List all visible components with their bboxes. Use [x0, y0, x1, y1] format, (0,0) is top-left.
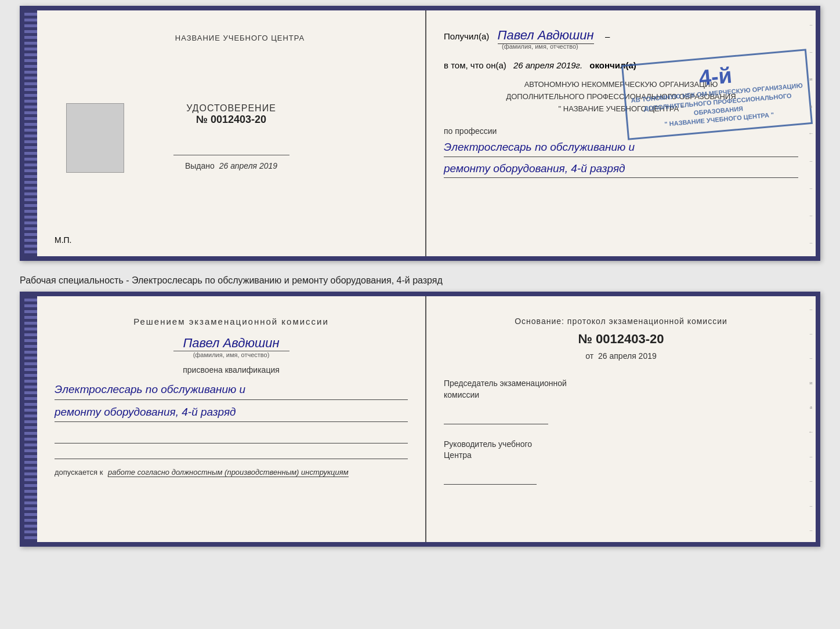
- ot-label: от: [585, 351, 593, 361]
- sig-line-2: [55, 446, 408, 459]
- issued-date-line: Выдано 26 апреля 2019: [185, 161, 277, 170]
- допускается-line: допускается к работе согласно должностны…: [55, 468, 349, 477]
- between-text: Рабочая специальность - Электрослесарь п…: [20, 271, 820, 292]
- qualification-line2: ремонту оборудования, 4-й разряд: [55, 403, 408, 422]
- fio-label-top: (фамилия, имя, отчество): [502, 43, 798, 50]
- issued-label: Выдано: [185, 161, 215, 170]
- profession-line2: ремонту оборудования, 4-й разряд: [444, 160, 798, 178]
- cert-bottom-left: Решением экзаменационной комиссии Павел …: [37, 296, 426, 542]
- photo-placeholder: [66, 103, 124, 173]
- fio-label-bottom: (фамилия, имя, отчество): [173, 351, 289, 358]
- protocol-number: № 0012403-20: [444, 332, 798, 347]
- director-signature: [444, 470, 537, 485]
- decision-title: Решением экзаменационной комиссии: [55, 317, 408, 326]
- допускается-value: работе согласно должностным (производств…: [108, 468, 349, 477]
- osnov-title: Основание: протокол экзаменационной коми…: [444, 317, 798, 326]
- issued-date: 26 апреля 2019: [219, 161, 277, 170]
- cert-label: УДОСТОВЕРЕНИЕ: [186, 103, 276, 114]
- chairman-label: Председатель экзаменационной комиссии: [444, 378, 798, 401]
- mp-label: М.П.: [55, 235, 72, 245]
- cert-date: 26 апреля 2019г.: [513, 60, 582, 70]
- cert-top-right: Получил(а) Павел Авдюшин – (фамилия, имя…: [426, 10, 816, 256]
- certificate-bottom: – – – и а ← – – – – Решением экзаменацио…: [20, 292, 820, 547]
- qualification-label: присвоена квалификация: [55, 365, 408, 375]
- допускается-label: допускается к: [55, 468, 103, 477]
- received-label: Получил(а): [444, 31, 489, 41]
- stamp-grade: 4-й: [698, 64, 733, 89]
- person-name-bottom: Павел Авдюшин: [55, 336, 408, 351]
- profession-line1: Электрослесарь по обслуживанию и: [444, 139, 798, 157]
- stamp: 4-й АВ ТОНОМНУЮ НЕК ОМ МЕРЧЕСКУЮ ОРГАНИЗ…: [621, 49, 813, 140]
- ot-line: от 26 апреля 2019: [444, 351, 798, 361]
- chairman-label2: комиссии: [444, 390, 479, 399]
- cert-bottom-right: Основание: протокол экзаменационной коми…: [426, 296, 816, 542]
- cert-number: № 0012403-20: [186, 114, 276, 126]
- director-label1: Руководитель учебного: [444, 439, 532, 449]
- person-name-top: Павел Авдюшин: [498, 28, 594, 44]
- training-center-title: НАЗВАНИЕ УЧЕБНОГО ЦЕНТРА: [175, 34, 305, 42]
- sig-line-1: [55, 431, 408, 443]
- qualification-line1: Электрослесарь по обслуживанию и: [55, 380, 408, 399]
- chairman-label1: Председатель экзаменационной: [444, 379, 567, 388]
- between-text-content: Рабочая специальность - Электрослесарь п…: [20, 275, 443, 285]
- cert-top-left: НАЗВАНИЕ УЧЕБНОГО ЦЕНТРА УДОСТОВЕРЕНИЕ №…: [37, 10, 426, 256]
- vtom-label: в том, что он(а): [444, 60, 506, 70]
- chairman-signature: [444, 410, 548, 424]
- director-label2: Центра: [444, 450, 472, 460]
- director-label: Руководитель учебного Центра: [444, 439, 798, 461]
- certificate-top: – – и а ← – – – – НАЗВАНИЕ УЧЕБНОГО ЦЕНТ…: [20, 6, 820, 261]
- ot-date: 26 апреля 2019: [598, 351, 657, 361]
- stamp-text: АВ ТОНОМНУЮ НЕК ОМ МЕРЧЕСКУЮ ОРГАНИЗАЦИЮ…: [631, 81, 806, 132]
